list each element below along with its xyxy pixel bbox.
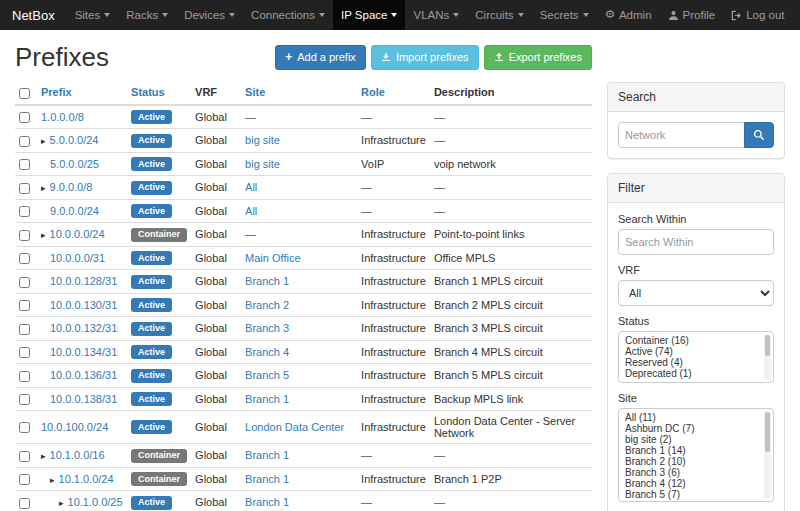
site-link[interactable]: Branch 5 xyxy=(245,369,289,381)
listbox-option[interactable]: Reserved (4) xyxy=(625,357,757,368)
site-link[interactable]: big site xyxy=(245,134,280,146)
prefix-link[interactable]: 10.1.0.0/24 xyxy=(59,473,114,485)
search-within-input[interactable] xyxy=(618,229,774,255)
prefix-link[interactable]: 5.0.0.0/25 xyxy=(50,158,99,170)
site-link[interactable]: Branch 1 xyxy=(245,393,289,405)
nav-item-sites[interactable]: Sites xyxy=(67,0,119,30)
site-link[interactable]: Main Office xyxy=(245,252,300,264)
listbox-option[interactable]: big site (2) xyxy=(625,434,757,445)
expand-toggle-icon[interactable]: ▸ xyxy=(41,183,46,193)
search-button[interactable] xyxy=(744,122,774,148)
row-checkbox[interactable] xyxy=(19,324,30,335)
row-checkbox[interactable] xyxy=(19,347,30,358)
column-header-label[interactable]: Role xyxy=(361,86,385,98)
site-link[interactable]: London Data Center xyxy=(245,421,344,433)
listbox-option[interactable]: Active (74) xyxy=(625,346,757,357)
listbox-option[interactable]: Branch 4 (12) xyxy=(625,478,757,489)
site-link[interactable]: All xyxy=(245,181,257,193)
row-checkbox[interactable] xyxy=(19,371,30,382)
prefix-link[interactable]: 10.0.100.0/24 xyxy=(41,421,108,433)
row-checkbox[interactable] xyxy=(19,498,30,509)
prefix-link[interactable]: 10.0.0.0/31 xyxy=(50,252,105,264)
nav-item-admin[interactable]: ⚙Admin xyxy=(597,0,660,30)
search-input[interactable] xyxy=(618,122,745,148)
prefix-link[interactable]: 10.1.0.0/16 xyxy=(50,449,105,461)
nav-item-ip-space[interactable]: IP Space xyxy=(333,0,405,30)
add-prefix-button[interactable]: + Add a prefix xyxy=(275,45,366,69)
site-link[interactable]: Branch 1 xyxy=(245,473,289,485)
import-prefixes-button[interactable]: Import prefixes xyxy=(371,45,479,69)
nav-item-profile[interactable]: Profile xyxy=(660,0,724,30)
site-link[interactable]: Branch 1 xyxy=(245,496,289,508)
site-link[interactable]: Branch 4 xyxy=(245,346,289,358)
expand-toggle-icon[interactable]: ▸ xyxy=(41,451,46,461)
listbox-option[interactable]: Ashburn DC (7) xyxy=(625,423,757,434)
prefix-link[interactable]: 10.0.0.0/24 xyxy=(50,228,105,240)
listbox-option[interactable]: Container (16) xyxy=(625,335,757,346)
scrollbar[interactable] xyxy=(764,411,771,499)
site-link[interactable]: big site xyxy=(245,158,280,170)
listbox-option[interactable]: COLO 1 24 (4) xyxy=(625,500,757,502)
prefix-link[interactable]: 1.0.0.0/8 xyxy=(41,111,84,123)
nav-item-racks[interactable]: Racks xyxy=(118,0,176,30)
row-checkbox[interactable] xyxy=(19,277,30,288)
expand-toggle-icon[interactable]: ▸ xyxy=(59,498,64,508)
site-listbox[interactable]: All (11)Ashburn DC (7)big site (2)Branch… xyxy=(618,408,774,502)
nav-item-devices[interactable]: Devices xyxy=(176,0,243,30)
site-link[interactable]: Branch 1 xyxy=(245,449,289,461)
expand-toggle-icon[interactable]: ▸ xyxy=(41,230,46,240)
prefix-link[interactable]: 10.0.0.138/31 xyxy=(50,393,117,405)
prefix-link[interactable]: 10.0.0.136/31 xyxy=(50,369,117,381)
navbar-menu: SitesRacksDevicesConnectionsIP SpaceVLAN… xyxy=(67,0,597,30)
site-link[interactable]: Branch 1 xyxy=(245,275,289,287)
nav-item-vlans[interactable]: VLANs xyxy=(405,0,467,30)
prefix-link[interactable]: 9.0.0.0/24 xyxy=(50,205,99,217)
prefix-link[interactable]: 10.0.0.128/31 xyxy=(50,275,117,287)
vrf-select[interactable]: All xyxy=(618,280,774,306)
description-cell: — xyxy=(430,129,592,153)
row-checkbox[interactable] xyxy=(19,159,30,170)
column-header-label[interactable]: Prefix xyxy=(41,86,72,98)
row-checkbox[interactable] xyxy=(19,300,30,311)
prefix-link[interactable]: 10.0.0.132/31 xyxy=(50,322,117,334)
nav-item-connections[interactable]: Connections xyxy=(243,0,333,30)
export-prefixes-button[interactable]: Export prefixes xyxy=(484,45,592,69)
nav-item-label: Secrets xyxy=(540,9,579,21)
site-link[interactable]: Branch 2 xyxy=(245,299,289,311)
brand[interactable]: NetBox xyxy=(12,0,55,30)
row-checkbox[interactable] xyxy=(19,230,30,241)
row-checkbox[interactable] xyxy=(19,253,30,264)
select-all-checkbox[interactable] xyxy=(19,88,30,99)
nav-item-log-out[interactable]: Log out xyxy=(723,0,792,30)
page-title: Prefixes xyxy=(15,42,109,73)
listbox-option[interactable]: Branch 5 (7) xyxy=(625,489,757,500)
listbox-option[interactable]: Deprecated (1) xyxy=(625,368,757,379)
listbox-option[interactable]: Branch 2 (10) xyxy=(625,456,757,467)
row-checkbox[interactable] xyxy=(19,206,30,217)
site-link[interactable]: All xyxy=(245,205,257,217)
prefix-link[interactable]: 5.0.0.0/24 xyxy=(50,134,99,146)
row-checkbox[interactable] xyxy=(19,136,30,147)
scrollbar[interactable] xyxy=(764,334,771,380)
status-listbox[interactable]: Container (16)Active (74)Reserved (4)Dep… xyxy=(618,331,774,383)
prefix-link[interactable]: 10.0.0.134/31 xyxy=(50,346,117,358)
column-header-label[interactable]: Site xyxy=(245,86,265,98)
expand-toggle-icon[interactable]: ▸ xyxy=(41,136,46,146)
listbox-option[interactable]: All (11) xyxy=(625,412,757,423)
listbox-option[interactable]: Branch 3 (6) xyxy=(625,467,757,478)
expand-toggle-icon[interactable]: ▸ xyxy=(50,475,55,485)
nav-item-secrets[interactable]: Secrets xyxy=(532,0,597,30)
row-checkbox[interactable] xyxy=(19,451,30,462)
row-checkbox[interactable] xyxy=(19,422,30,433)
row-checkbox[interactable] xyxy=(19,112,30,123)
row-checkbox[interactable] xyxy=(19,394,30,405)
site-link[interactable]: Branch 3 xyxy=(245,322,289,334)
row-checkbox[interactable] xyxy=(19,474,30,485)
listbox-option[interactable]: Branch 1 (14) xyxy=(625,445,757,456)
row-checkbox[interactable] xyxy=(19,183,30,194)
prefix-link[interactable]: 9.0.0.0/8 xyxy=(50,181,93,193)
prefix-link[interactable]: 10.1.0.0/25 xyxy=(68,496,123,508)
column-header-label[interactable]: Status xyxy=(131,86,165,98)
nav-item-circuits[interactable]: Circuits xyxy=(467,0,531,30)
prefix-link[interactable]: 10.0.0.130/31 xyxy=(50,299,117,311)
